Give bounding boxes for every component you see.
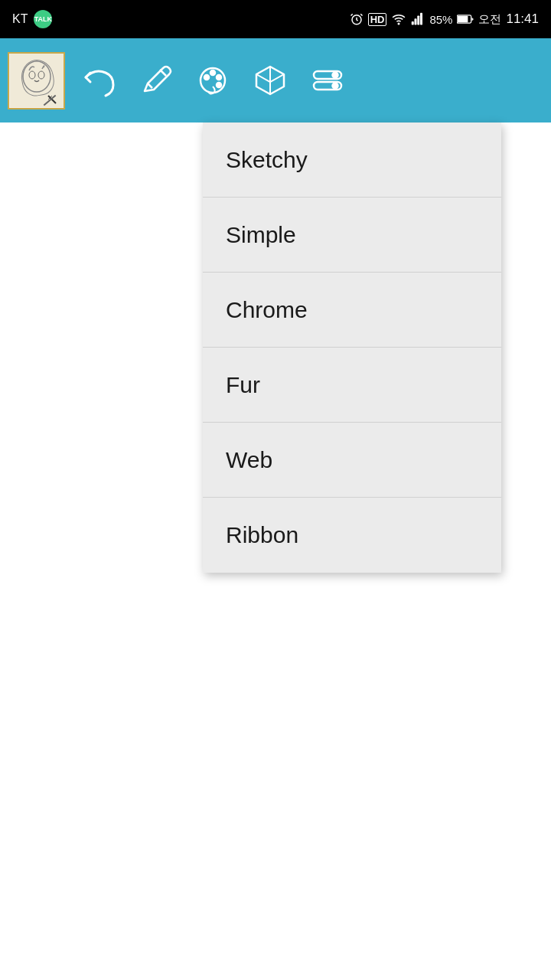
svg-point-22 (332, 83, 337, 89)
svg-rect-7 (458, 16, 468, 22)
dropdown-item-label-sketchy: Sketchy (226, 147, 308, 173)
dropdown-item-fur[interactable]: Fur (203, 348, 501, 423)
palette-button[interactable] (187, 56, 237, 106)
wifi-icon (391, 12, 406, 26)
svg-point-16 (210, 70, 215, 75)
svg-rect-3 (415, 18, 417, 24)
dropdown-item-label-ribbon: Ribbon (226, 522, 298, 548)
pen-button[interactable] (130, 56, 180, 106)
toggle-icon (309, 62, 346, 99)
talk-badge: TALK (34, 10, 52, 28)
thumbnail-svg (10, 54, 64, 107)
svg-point-11 (38, 71, 44, 79)
dropdown-item-chrome[interactable]: Chrome (203, 273, 501, 348)
toolbar (0, 38, 551, 122)
dropdown-item-label-web: Web (226, 447, 272, 473)
time-label: 11:41 (506, 11, 539, 27)
status-bar-left: KT TALK (12, 10, 52, 28)
svg-point-1 (399, 23, 400, 24)
status-bar: KT TALK HD 85% (0, 0, 551, 38)
dropdown-item-label-fur: Fur (226, 372, 260, 398)
toggle-button[interactable] (302, 56, 352, 106)
svg-rect-4 (418, 16, 420, 25)
dropdown-item-web[interactable]: Web (203, 423, 501, 498)
hd-icon: HD (368, 13, 387, 26)
svg-point-18 (217, 83, 221, 87)
thumbnail-button[interactable] (8, 52, 65, 109)
svg-point-17 (217, 75, 221, 80)
talk-label: TALK (34, 15, 52, 23)
svg-rect-5 (420, 13, 422, 25)
status-bar-right: HD 85% 오전 11:41 (350, 11, 539, 27)
svg-point-21 (332, 73, 337, 78)
carrier-label: KT (12, 12, 28, 26)
palette-icon (194, 62, 231, 99)
pen-icon (137, 62, 174, 99)
undo-button[interactable] (73, 56, 122, 106)
svg-rect-2 (412, 21, 414, 25)
svg-point-10 (29, 71, 35, 79)
ampm-label: 오전 (478, 12, 501, 27)
signal-icon (411, 12, 425, 26)
alarm-icon (350, 12, 364, 26)
svg-point-15 (204, 75, 209, 80)
undo-icon (80, 62, 116, 99)
dropdown-menu: Sketchy Simple Chrome Fur Web Ribbon (203, 122, 501, 573)
svg-rect-8 (10, 54, 64, 107)
battery-percent: 85% (429, 13, 452, 26)
svg-point-9 (23, 61, 51, 92)
box-icon (252, 62, 289, 99)
dropdown-item-simple[interactable]: Simple (203, 198, 501, 273)
battery-icon (457, 14, 474, 24)
main-content: Sketchy Simple Chrome Fur Web Ribbon (0, 122, 551, 980)
dropdown-item-sketchy[interactable]: Sketchy (203, 122, 501, 198)
thumbnail-image (10, 54, 64, 107)
dropdown-item-label-chrome: Chrome (226, 297, 308, 323)
dropdown-item-ribbon[interactable]: Ribbon (203, 498, 501, 573)
dropdown-item-label-simple: Simple (226, 222, 296, 248)
box-button[interactable] (245, 56, 295, 106)
